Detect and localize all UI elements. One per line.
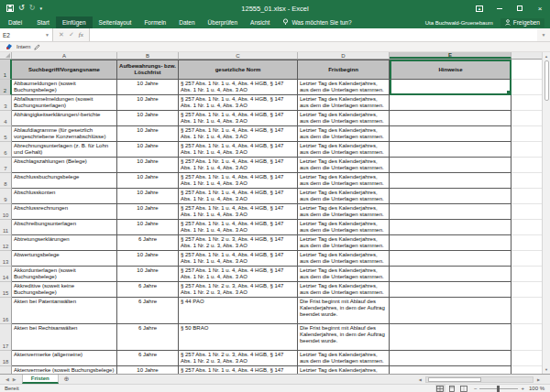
cell[interactable]: Abfallsammelmeldungen (soweit Buchungsun… bbox=[12, 95, 117, 111]
cell[interactable]: Abschlussbuchungsbelege bbox=[12, 173, 117, 189]
vertical-scrollbar[interactable]: ▲ ▼ bbox=[542, 52, 550, 374]
scroll-right-icon[interactable]: ▶ bbox=[535, 377, 542, 382]
cell[interactable]: Letzter Tag des Kalenderjahres, aus dem … bbox=[298, 158, 390, 173]
horizontal-scrollbar[interactable]: ◀ ▶ bbox=[417, 375, 550, 384]
cell[interactable]: Abrechnungsunterlagen (z. B. für Lohn un… bbox=[12, 142, 117, 158]
header-cell[interactable]: gesetzliche Norm bbox=[179, 60, 298, 80]
empty-cell[interactable] bbox=[512, 60, 542, 80]
cell[interactable]: Akten bei Rechtsanwälten bbox=[12, 324, 117, 351]
row-header[interactable]: 4 bbox=[0, 111, 12, 126]
empty-cell[interactable] bbox=[512, 204, 542, 220]
cell[interactable]: § 257 Abs. 1 Nr. 1 u. 4, Abs. 4 HGB, § 1… bbox=[179, 366, 298, 374]
cell[interactable]: § 257 Abs. 1 Nr. 1 u. 4, Abs. 4 HGB, § 1… bbox=[179, 158, 298, 173]
zoom-slider-track[interactable] bbox=[479, 388, 518, 389]
scroll-left-icon[interactable]: ◀ bbox=[417, 377, 424, 382]
empty-cell[interactable] bbox=[512, 267, 542, 282]
cell[interactable]: 10 Jahre bbox=[117, 111, 179, 126]
empty-cell[interactable] bbox=[512, 173, 542, 189]
tab-seitenlayout[interactable]: Seitenlayout bbox=[93, 16, 138, 28]
insert-function-icon[interactable]: fx bbox=[79, 31, 83, 38]
tab-ueberpruefen[interactable]: Überprüfen bbox=[202, 16, 245, 28]
cell[interactable]: 10 Jahre bbox=[117, 267, 179, 282]
cell[interactable]: Aktenvermerke (soweit Buchungsbelege) bbox=[12, 366, 117, 374]
close-button[interactable]: × bbox=[530, 0, 550, 16]
cell[interactable]: § 257 Abs. 1 Nr. 1 u. 4, Abs. 4 HGB, § 1… bbox=[179, 95, 298, 111]
customize-qat-icon[interactable]: ▾ bbox=[39, 6, 42, 11]
cell[interactable] bbox=[390, 126, 512, 142]
cell[interactable] bbox=[390, 324, 512, 351]
empty-cell[interactable] bbox=[512, 158, 542, 173]
row-header[interactable]: 6 bbox=[0, 142, 12, 158]
cell[interactable]: § 44 PAO bbox=[179, 298, 298, 324]
ribbon-display-options-button[interactable]: ▴ bbox=[469, 0, 490, 16]
cell[interactable] bbox=[390, 220, 512, 235]
cell[interactable] bbox=[390, 267, 512, 282]
cell[interactable]: Akten bei Patentanwälten bbox=[12, 298, 117, 324]
cell[interactable]: § 257 Abs. 1 Nr. 1 u. 4, Abs. 4 HGB, § 1… bbox=[179, 204, 298, 220]
cell[interactable]: § 257 Abs. 1 Nr. 2 u. 3, Abs. 4 HGB, § 1… bbox=[179, 282, 298, 298]
empty-cell[interactable] bbox=[512, 324, 542, 351]
empty-cell[interactable] bbox=[512, 235, 542, 251]
cell[interactable]: 6 Jahre bbox=[117, 235, 179, 251]
row-header[interactable]: 9 bbox=[0, 189, 12, 204]
horizontal-scrollbar-thumb[interactable] bbox=[428, 377, 481, 382]
empty-cell[interactable] bbox=[512, 351, 542, 366]
horizontal-scrollbar-track[interactable] bbox=[425, 376, 534, 383]
cell[interactable]: Letzter Tag des Kalenderjahres, aus dem … bbox=[298, 173, 390, 189]
cell[interactable]: Letzter Tag des Kalenderjahres, aus dem … bbox=[298, 235, 390, 251]
cell[interactable]: Abschlussrechnungen bbox=[12, 204, 117, 220]
cell[interactable]: Letzter Tag des Kalenderjahres, aus dem … bbox=[298, 366, 390, 374]
scroll-up-icon[interactable]: ▲ bbox=[543, 52, 550, 60]
empty-cell[interactable] bbox=[512, 220, 542, 235]
row-header[interactable]: 5 bbox=[0, 126, 12, 142]
column-header-c[interactable]: C bbox=[179, 52, 298, 59]
empty-cell[interactable] bbox=[512, 251, 542, 267]
edit-pencil-icon[interactable] bbox=[34, 44, 40, 50]
cell[interactable]: 10 Jahre bbox=[117, 220, 179, 235]
cell[interactable]: Abschlusskonten bbox=[12, 189, 117, 204]
cell[interactable]: Letzter Tag des Kalenderjahres, aus dem … bbox=[298, 126, 390, 142]
row-header[interactable]: 15 bbox=[0, 282, 12, 298]
column-header-d[interactable]: D bbox=[298, 52, 390, 59]
cell[interactable]: 10 Jahre bbox=[117, 80, 179, 95]
cell[interactable]: Letzter Tag des Kalenderjahres, aus dem … bbox=[298, 189, 390, 204]
cell[interactable]: Abtretungserklärungen bbox=[12, 235, 117, 251]
cell[interactable]: Die Frist beginnt mit Ablauf des Kalende… bbox=[298, 324, 390, 351]
cell[interactable] bbox=[390, 189, 512, 204]
next-sheet-icon[interactable]: ▶ bbox=[13, 376, 16, 382]
minimize-button[interactable] bbox=[490, 0, 510, 16]
cell[interactable] bbox=[390, 142, 512, 158]
cell[interactable]: Ablaufdiagramme (für gesetzlich vorgesch… bbox=[12, 126, 117, 142]
cell[interactable] bbox=[390, 158, 512, 173]
cell[interactable]: § 257 Abs. 1 Nr. 1 u. 4, Abs. 4 HGB, § 1… bbox=[179, 251, 298, 267]
row-header[interactable]: 1 bbox=[0, 60, 12, 80]
cell[interactable]: § 257 Abs. 1 Nr. 2 u. 3, Abs. 4 HGB, § 1… bbox=[179, 235, 298, 251]
cell[interactable]: 6 Jahre bbox=[117, 324, 179, 351]
cell[interactable] bbox=[390, 251, 512, 267]
cell[interactable]: 10 Jahre bbox=[117, 95, 179, 111]
cell[interactable] bbox=[390, 298, 512, 324]
redo-icon[interactable]: ↻ bbox=[29, 5, 36, 12]
cell[interactable]: 10 Jahre bbox=[117, 158, 179, 173]
cell[interactable]: § 257 Abs. 1 Nr. 1 u. 4, Abs. 4 HGB, § 1… bbox=[179, 80, 298, 95]
zoom-slider-thumb[interactable] bbox=[497, 386, 500, 392]
cell[interactable]: Abwertungsbelege bbox=[12, 251, 117, 267]
empty-cell[interactable] bbox=[512, 366, 542, 374]
cell[interactable] bbox=[390, 95, 512, 111]
cancel-icon[interactable]: ✕ bbox=[59, 31, 64, 38]
cell[interactable] bbox=[390, 282, 512, 298]
tab-start[interactable]: Start bbox=[30, 16, 56, 28]
tab-daten[interactable]: Daten bbox=[172, 16, 201, 28]
empty-cell[interactable] bbox=[512, 298, 542, 324]
tell-me-box[interactable]: Was möchten Sie tun? bbox=[276, 16, 358, 28]
cell[interactable]: Letzter Tag des Kalenderjahres, aus dem … bbox=[298, 251, 390, 267]
cell[interactable]: Letzter Tag des Kalenderjahres, aus dem … bbox=[298, 111, 390, 126]
empty-cell[interactable] bbox=[512, 189, 542, 204]
row-header[interactable]: 7 bbox=[0, 158, 12, 173]
row-header[interactable]: 3 bbox=[0, 95, 12, 111]
cell[interactable]: § 257 Abs. 1 Nr. 1 u. 4, Abs. 4 HGB, § 1… bbox=[179, 189, 298, 204]
cell[interactable]: Die Frist beginnt mit Ablauf des Kalende… bbox=[298, 298, 390, 324]
zoom-in-icon[interactable]: + bbox=[521, 386, 524, 391]
undo-icon[interactable]: ↺ bbox=[18, 5, 25, 12]
empty-cell[interactable] bbox=[512, 80, 542, 95]
